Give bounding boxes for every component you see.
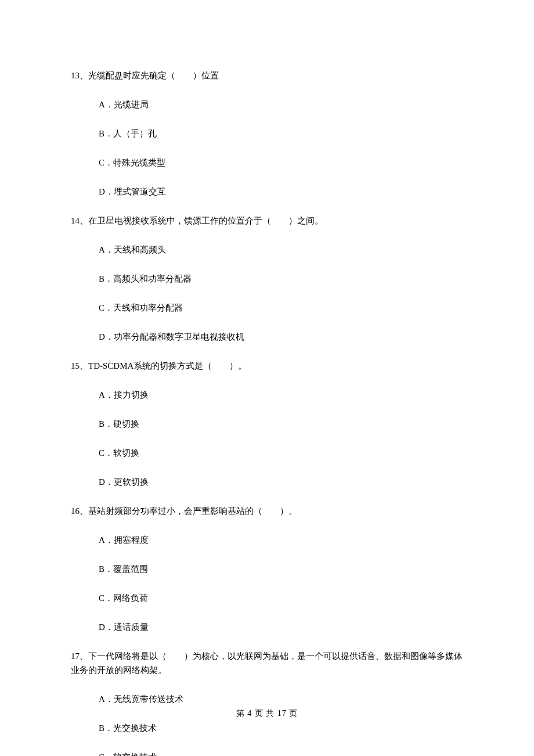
- option-d: D．通话质量: [71, 620, 464, 634]
- question-stem: 14、在卫星电视接收系统中，馈源工作的位置介于（ ）之间。: [71, 214, 464, 228]
- option-a: A．拥塞程度: [71, 533, 464, 547]
- option-b: B．光交换技术: [71, 721, 464, 735]
- option-d: D．更软切换: [71, 475, 464, 489]
- option-a: A．光缆进局: [71, 98, 464, 111]
- option-c: C．网络负荷: [71, 591, 464, 605]
- page-content: 13、光缆配盘时应先确定（ ）位置 A．光缆进局 B．人（手）孔 C．特殊光缆类…: [0, 0, 534, 756]
- option-d: D．功率分配器和数字卫星电视接收机: [71, 330, 464, 344]
- question-16: 16、基站射频部分功率过小，会严重影响基站的（ ）。 A．拥塞程度 B．覆盖范围…: [71, 504, 464, 634]
- option-c: C．软切换: [71, 446, 464, 460]
- question-stem: 13、光缆配盘时应先确定（ ）位置: [71, 69, 464, 82]
- option-b: B．人（手）孔: [71, 127, 464, 141]
- question-13: 13、光缆配盘时应先确定（ ）位置 A．光缆进局 B．人（手）孔 C．特殊光缆类…: [71, 69, 464, 199]
- page-footer: 第 4 页 共 17 页: [0, 708, 534, 719]
- question-stem: 17、下一代网络将是以（ ）为核心，以光联网为基础，是一个可以提供话音、数据和图…: [71, 649, 464, 677]
- option-b: B．覆盖范围: [71, 562, 464, 576]
- option-b: B．高频头和功率分配器: [71, 272, 464, 286]
- option-a: A．无线宽带传送技术: [71, 692, 464, 706]
- option-d: D．埋式管道交互: [71, 185, 464, 199]
- option-a: A．接力切换: [71, 388, 464, 402]
- option-c: C．软交换技术: [71, 750, 464, 756]
- question-stem: 16、基站射频部分功率过小，会严重影响基站的（ ）。: [71, 504, 464, 518]
- question-14: 14、在卫星电视接收系统中，馈源工作的位置介于（ ）之间。 A．天线和高频头 B…: [71, 214, 464, 344]
- option-b: B．硬切换: [71, 417, 464, 431]
- option-a: A．天线和高频头: [71, 243, 464, 257]
- option-c: C．天线和功率分配器: [71, 301, 464, 315]
- option-c: C．特殊光缆类型: [71, 156, 464, 170]
- question-17: 17、下一代网络将是以（ ）为核心，以光联网为基础，是一个可以提供话音、数据和图…: [71, 649, 464, 756]
- question-stem: 15、TD-SCDMA系统的切换方式是（ ）。: [71, 359, 464, 373]
- question-15: 15、TD-SCDMA系统的切换方式是（ ）。 A．接力切换 B．硬切换 C．软…: [71, 359, 464, 489]
